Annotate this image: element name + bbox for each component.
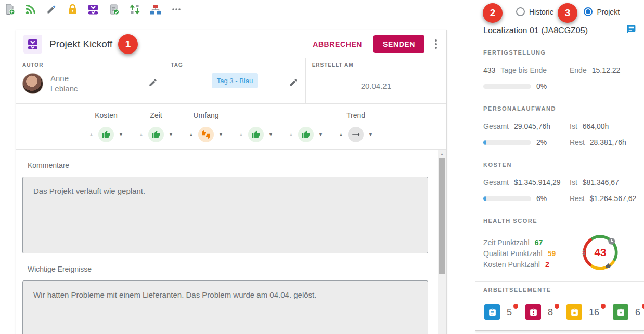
vote-up-icon[interactable]: ▲ — [188, 131, 195, 138]
events-textarea[interactable]: Wir hatten Probleme mit einem Lieferante… — [22, 280, 428, 334]
add-report-icon[interactable] — [4, 3, 16, 16]
clipboard-alert-icon[interactable] — [525, 304, 541, 320]
lock-icon[interactable] — [67, 3, 78, 16]
health-score-gauge: $ 43 — [579, 231, 622, 276]
section-completion: FERTIGSTELLUNG 433 Tage bis Ende Ende 15… — [475, 44, 644, 100]
rest-label: Rest — [570, 194, 585, 203]
vote-down-icon[interactable]: ▼ — [367, 131, 374, 138]
vote-down-icon[interactable]: ▼ — [217, 131, 224, 138]
clipboard-plus-icon[interactable] — [613, 304, 628, 320]
annotation-badge-2: 2 — [483, 3, 503, 23]
events-block: Wichtige Ereignisse Wir hatten Probleme … — [16, 265, 446, 334]
more-menu-icon[interactable] — [433, 37, 439, 51]
work-item-issues: 16 — [566, 304, 604, 320]
scrollbar-up-icon[interactable]: ▲ — [438, 150, 446, 158]
status-indicator-row: Kosten ▲ ▼ Zeit ▲ ▼ — [16, 104, 446, 150]
alert-dot — [513, 304, 518, 309]
tag-label: TAG — [171, 62, 299, 68]
health-value: 59 — [548, 248, 556, 259]
status-label: Umfang — [193, 111, 218, 122]
health-value: 67 — [535, 237, 543, 248]
vote-down-icon[interactable]: ▼ — [267, 131, 274, 138]
vote-up-icon[interactable]: ▲ — [138, 131, 145, 138]
status-label: Kosten — [95, 111, 118, 122]
scrollbar-thumb[interactable] — [439, 158, 445, 274]
tag-field: TAG Tag 3 - Blau — [164, 58, 305, 103]
project-side-panel: Historie Projekt Localization 01 (JA8CGZ… — [475, 0, 644, 334]
thumb-up-icon — [98, 127, 114, 142]
hierarchy-icon[interactable] — [150, 3, 161, 16]
tag-chip[interactable]: Tag 3 - Blau — [212, 73, 258, 88]
transfer-icon[interactable] — [129, 3, 140, 16]
actual-label: Ist — [570, 178, 577, 186]
status-widget-zeit: Zeit ▲ ▼ — [131, 111, 181, 142]
radio-checked-icon[interactable] — [584, 7, 593, 16]
author-avatar — [22, 73, 43, 94]
radio-historie[interactable]: Historie — [516, 7, 553, 16]
vote-up-icon[interactable]: ▲ — [338, 131, 344, 138]
status-widget-4: ▲ ▼ — [231, 111, 281, 142]
card-scrollbar[interactable]: ▲ — [438, 150, 446, 334]
thumb-up-icon — [148, 127, 164, 142]
view-toggle: Historie Projekt — [516, 7, 644, 16]
health-value: 2 — [545, 259, 549, 270]
work-item-count: 6 — [635, 307, 644, 318]
cancel-button[interactable]: ABBRECHEN — [313, 40, 362, 48]
alert-dot — [555, 304, 559, 309]
vote-down-icon[interactable]: ▼ — [168, 131, 174, 138]
clipboard-lock-icon[interactable] — [566, 304, 582, 320]
vote-down-icon[interactable]: ▼ — [317, 131, 324, 138]
actual-label: Ist — [570, 122, 577, 130]
section-title: HEALTH SCORE — [483, 218, 636, 224]
approved-report-icon[interactable] — [108, 3, 120, 16]
section-effort: PERSONALAUFWAND Gesamt 29.045,76h Ist 66… — [475, 100, 644, 156]
costs-rest: $1.264.567,62 — [590, 194, 637, 203]
status-label: Trend — [346, 111, 365, 122]
status-widget-trend: Trend ▲ ▼ — [331, 111, 381, 142]
comment-bubble-icon[interactable] — [626, 24, 636, 36]
thumbs-up-down-icon — [198, 127, 214, 142]
rest-label: Rest — [570, 138, 585, 146]
costs-percent: 6% — [536, 194, 547, 203]
send-button[interactable]: SENDEN — [373, 35, 424, 53]
section-health-score: HEALTH SCORE Zeit Punktzahl 67 Qualität … — [475, 212, 644, 282]
status-report-type-icon — [23, 35, 42, 54]
comments-label: Kommentare — [28, 161, 446, 169]
health-label: Kosten Punktzahl — [483, 259, 540, 270]
radio-unchecked-icon[interactable] — [516, 7, 525, 16]
work-item-tasks: 5 — [484, 304, 517, 320]
comments-textarea[interactable]: Das Projekt verläuft wie geplant. — [22, 177, 428, 253]
days-to-end: 433 — [483, 66, 495, 74]
vote-up-icon[interactable]: ▲ — [288, 131, 294, 138]
status-widget-umfang: Umfang ▲ ▼ — [181, 111, 231, 142]
end-label: Ende — [570, 66, 587, 74]
alert-dot — [642, 304, 644, 309]
vote-up-icon[interactable]: ▲ — [238, 131, 244, 138]
created-field: ERSTELLT AM 20.04.21 — [305, 58, 446, 103]
radio-projekt[interactable]: Projekt — [584, 7, 620, 16]
effort-progressbar — [483, 140, 531, 145]
author-name: Anne Leblanc — [50, 73, 87, 94]
work-item-count: 5 — [507, 307, 517, 318]
trend-flat-icon — [348, 127, 364, 142]
section-costs: KOSTEN Gesamt $1.345.914,29 Ist $81.346,… — [475, 156, 644, 212]
clipboard-list-icon[interactable] — [484, 304, 500, 320]
more-icon[interactable] — [171, 3, 182, 16]
vote-up-icon[interactable]: ▲ — [88, 131, 95, 138]
annotation-badge-1: 1 — [118, 34, 138, 54]
work-item-count: 16 — [589, 307, 604, 318]
status-report-icon[interactable] — [87, 3, 99, 16]
thumb-up-icon — [248, 127, 264, 142]
feed-icon[interactable] — [25, 3, 36, 16]
health-label: Zeit Punktzahl — [483, 237, 530, 248]
edit-tag-icon[interactable] — [289, 78, 298, 89]
vote-down-icon[interactable]: ▼ — [118, 131, 124, 138]
edit-icon[interactable] — [46, 3, 57, 16]
completion-progressbar — [483, 84, 531, 89]
edit-author-icon[interactable] — [148, 78, 158, 89]
author-field: AUTOR Anne Leblanc — [16, 58, 164, 103]
top-toolbar — [4, 3, 182, 16]
costs-actual: $81.346,67 — [583, 178, 619, 186]
section-title: FERTIGSTELLUNG — [483, 49, 636, 56]
health-row-qualitaet: Qualität Punktzahl 59 — [483, 248, 579, 259]
